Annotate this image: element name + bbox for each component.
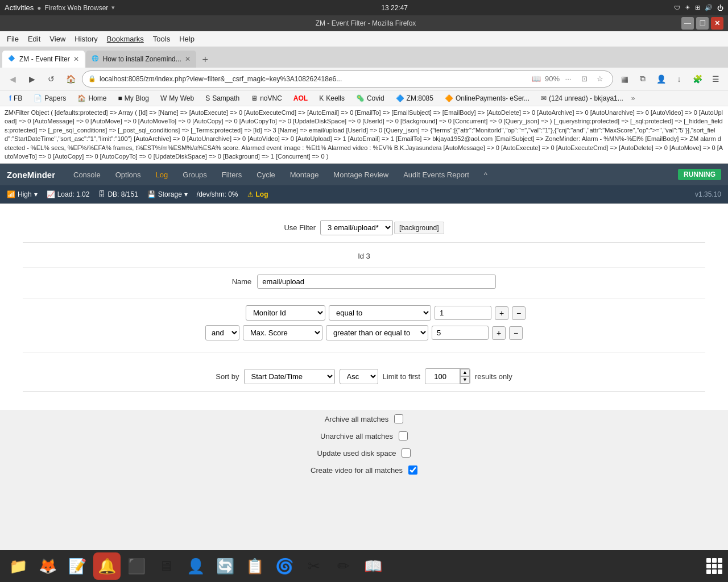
tab-zm-event-filter[interactable]: 🔷 ZM - Event Filter ✕ (2, 51, 85, 68)
web-taskbar-icon[interactable]: 🌀 (271, 552, 298, 580)
bookmark-aol[interactable]: AOL (289, 93, 312, 103)
video-checkbox[interactable] (408, 465, 417, 475)
app-grid-button[interactable] (705, 557, 723, 575)
archive-checkbox[interactable] (394, 414, 403, 423)
status-load: 📈 Load: 1.02 (47, 190, 90, 198)
condition-value-2[interactable] (432, 326, 489, 340)
unarchive-checkbox[interactable] (399, 431, 408, 440)
nav-log[interactable]: Log (149, 167, 175, 182)
bookmark-myblog[interactable]: ■ My Blog (113, 93, 154, 103)
filter-name-input[interactable] (257, 275, 496, 289)
nav-montage-review[interactable]: Montage Review (326, 167, 395, 182)
alarm-taskbar-icon[interactable]: 🔔 (93, 552, 121, 580)
status-log[interactable]: ⚠ Log (247, 190, 268, 198)
zoom-level[interactable]: 90% (545, 72, 559, 86)
bookmark-star-icon[interactable]: ☆ (593, 72, 607, 86)
sidebar-icon[interactable]: ▦ (617, 71, 632, 87)
update-taskbar-icon[interactable]: 🔄 (212, 552, 239, 580)
nav-cycle[interactable]: Cycle (250, 167, 282, 182)
sort-direction-select[interactable]: Asc Desc (340, 369, 378, 384)
extensions-icon[interactable]: 🧩 (689, 71, 705, 87)
nav-montage[interactable]: Montage (283, 167, 326, 182)
results-only-label: results only (475, 372, 512, 381)
checkbox-diskspace: Update used disk space (23, 448, 705, 458)
activities-label[interactable]: Activities (5, 3, 34, 12)
bookmark-zm8085[interactable]: 🔷 ZM:8085 (391, 93, 438, 103)
bookmark-email[interactable]: ✉ (124 unread) - bkjaya1... (536, 93, 628, 103)
menu-history[interactable]: History (70, 32, 102, 45)
tab-how-to-install[interactable]: 🌐 How to install Zonemind... ✕ (86, 51, 196, 68)
bookmark-covid[interactable]: 🦠 Covid (351, 93, 389, 103)
terminal-taskbar-icon[interactable]: ⬛ (123, 552, 150, 580)
menu-file[interactable]: File (2, 32, 23, 45)
limit-input[interactable] (425, 370, 460, 383)
tab-close-howto[interactable]: ✕ (185, 55, 191, 63)
bookmark-myweb[interactable]: W My Web (156, 93, 198, 103)
condition-connector-2[interactable]: and or (205, 325, 239, 340)
condition-add-button-2[interactable]: + (492, 326, 506, 340)
notes-taskbar-icon[interactable]: 📋 (241, 552, 268, 580)
writer-taskbar-icon[interactable]: 📝 (64, 552, 91, 580)
hamburger-icon[interactable]: ☰ (708, 71, 723, 87)
diskspace-checkbox[interactable] (402, 448, 411, 458)
limit-up-button[interactable]: ▲ (460, 369, 470, 376)
limit-down-button[interactable]: ▼ (460, 376, 470, 384)
profile-icon[interactable]: 👤 (653, 71, 669, 87)
bookmark-home[interactable]: 🏠 Home (73, 93, 111, 103)
nav-expand[interactable]: ^ (477, 167, 494, 182)
url-bar[interactable]: 🔒 localhost:8085/zm/index.php?view=filte… (82, 70, 613, 88)
firefox-taskbar-icon[interactable]: 🦊 (34, 552, 61, 580)
home-button[interactable]: 🏠 (63, 71, 78, 87)
nav-audit-events[interactable]: Audit Events Report (396, 167, 476, 182)
condition-remove-button-2[interactable]: − (509, 326, 523, 340)
nav-console[interactable]: Console (67, 167, 107, 182)
editor-taskbar-icon[interactable]: ✏ (330, 552, 357, 580)
status-high[interactable]: 📶 High ▾ (7, 190, 38, 198)
status-storage[interactable]: 💾 Storage ▾ (147, 190, 188, 198)
filter-select[interactable]: 3 email/upload* (320, 220, 393, 235)
tab-close-zm[interactable]: ✕ (73, 55, 79, 63)
condition-field-2[interactable]: Max. Score (243, 325, 322, 340)
condition-remove-button-1[interactable]: − (512, 306, 526, 320)
back-button[interactable]: ◀ (5, 71, 20, 87)
maximize-button[interactable]: ❐ (696, 17, 709, 30)
menu-view[interactable]: View (45, 32, 70, 45)
bookmark-novnc[interactable]: 🖥 noVNC (246, 93, 287, 103)
menu-edit[interactable]: Edit (23, 32, 45, 45)
menu-bookmarks[interactable]: Bookmarks (102, 32, 148, 45)
new-tab-button[interactable]: + (197, 52, 213, 68)
bookmark-online-payments[interactable]: 🔶 OnlinePayments- eSer... (440, 93, 534, 103)
nav-filters[interactable]: Filters (215, 167, 249, 182)
nav-options[interactable]: Options (109, 167, 148, 182)
reader-taskbar-icon[interactable]: 📖 (359, 552, 387, 580)
forward-button[interactable]: ▶ (24, 71, 40, 87)
sort-field-select[interactable]: Start Date/Time (244, 369, 335, 384)
bookmarks-more-button[interactable]: » (631, 94, 635, 102)
condition-op-1[interactable]: equal to (329, 305, 431, 321)
menu-help[interactable]: Help (175, 32, 199, 45)
tabs-icon[interactable]: ⧉ (635, 71, 651, 87)
condition-value-1[interactable] (435, 306, 491, 320)
screenshot-taskbar-icon[interactable]: ✂ (300, 552, 328, 580)
vm-taskbar-icon[interactable]: 🖥 (152, 552, 180, 580)
more-options-icon[interactable]: ··· (561, 72, 575, 86)
pocket-icon[interactable]: ⊡ (577, 72, 591, 86)
power-icon[interactable]: ⏻ (717, 5, 723, 11)
browser-chevron[interactable]: ▾ (111, 4, 115, 11)
files-icon[interactable]: 📁 (5, 552, 32, 580)
bookmark-sampath[interactable]: S Sampath (201, 93, 244, 103)
bookmark-papers[interactable]: 📄 Papers (29, 93, 71, 103)
condition-add-button-1[interactable]: + (495, 306, 508, 320)
sync-icon[interactable]: ↓ (671, 71, 687, 87)
condition-field-1[interactable]: Monitor Id (246, 305, 325, 321)
menu-tools[interactable]: Tools (148, 32, 175, 45)
users-taskbar-icon[interactable]: 👤 (182, 552, 209, 580)
nav-groups[interactable]: Groups (176, 167, 214, 182)
reload-button[interactable]: ↺ (43, 71, 59, 87)
reader-view-icon[interactable]: 📖 (530, 72, 543, 86)
close-window-button[interactable]: ✕ (711, 17, 723, 30)
condition-op-2[interactable]: greater than or equal to (326, 325, 428, 340)
bookmark-keells[interactable]: K Keells (315, 93, 349, 103)
minimize-button[interactable]: — (681, 17, 694, 30)
bookmark-fb[interactable]: f FB (5, 93, 27, 103)
